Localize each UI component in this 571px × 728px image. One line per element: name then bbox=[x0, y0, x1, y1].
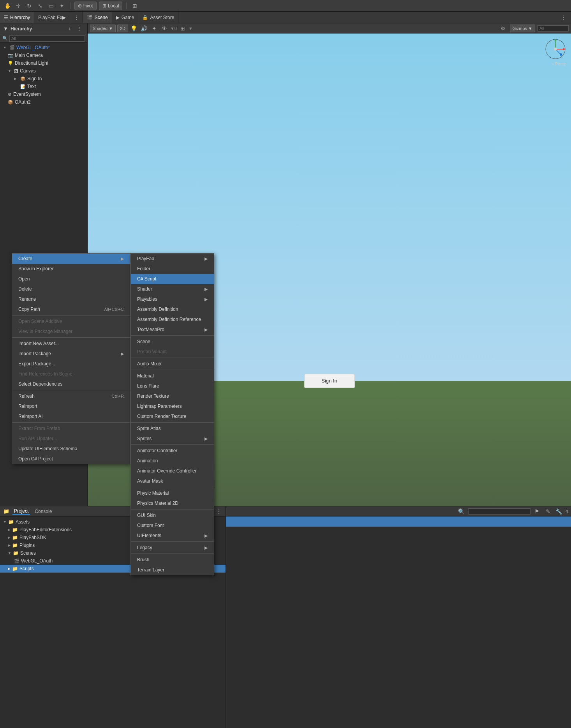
gizmos-btn[interactable]: Gizmos ▼ bbox=[510, 25, 535, 32]
game-panel-tab[interactable]: ▶ Game bbox=[112, 12, 139, 23]
tree-item-text[interactable]: 📝 Text bbox=[0, 83, 87, 90]
hierarchy-panel-tab[interactable]: ☰ Hierarchy bbox=[0, 12, 34, 23]
sub-lens-flare[interactable]: Lens Flare bbox=[131, 381, 214, 391]
hierarchy-search-input[interactable] bbox=[9, 35, 85, 42]
tree-item-main-camera[interactable]: 📷 Main Camera bbox=[0, 51, 87, 59]
ctx-reimport-all[interactable]: Reimport All bbox=[12, 411, 130, 421]
sign-in-button[interactable]: Sign In bbox=[304, 374, 355, 388]
console-filter3-icon[interactable]: 🔧 bbox=[555, 507, 563, 516]
sub-custom-render-texture[interactable]: Custom Render Texture bbox=[131, 411, 214, 421]
rotate-tool[interactable]: ↻ bbox=[25, 2, 33, 10]
options-icon[interactable]: ⊞ bbox=[178, 24, 187, 33]
move-tool[interactable]: ✛ bbox=[14, 2, 23, 10]
2d-mode-btn[interactable]: 2D bbox=[117, 25, 128, 32]
fx-icon[interactable]: ✦ bbox=[150, 24, 159, 33]
ctx-delete[interactable]: Delete bbox=[12, 284, 130, 294]
scene-search[interactable] bbox=[538, 25, 569, 32]
console-filter2-icon[interactable]: ✎ bbox=[544, 507, 552, 516]
sub-csharp-script[interactable]: C# Script bbox=[131, 274, 214, 284]
scripts-label: Scripts bbox=[19, 566, 34, 571]
tree-item-directional-light[interactable]: 💡 Directional Light bbox=[0, 59, 87, 67]
scale-tool[interactable]: ⤡ bbox=[36, 2, 44, 10]
sub-physic-material[interactable]: Physic Material bbox=[131, 488, 214, 498]
ctx-open-label: Open bbox=[18, 276, 30, 282]
hide-icon[interactable]: 👁 bbox=[160, 24, 169, 33]
ctx-open[interactable]: Open bbox=[12, 274, 130, 284]
audio-icon[interactable]: 🔊 bbox=[140, 24, 148, 33]
sub-assembly-def[interactable]: Assembly Definition bbox=[131, 304, 214, 314]
ctx-reimport[interactable]: Reimport bbox=[12, 401, 130, 411]
sub-sprite-atlas[interactable]: Sprite Atlas bbox=[131, 423, 214, 434]
sub-textmeshpro[interactable]: TextMeshPro ▶ bbox=[131, 324, 214, 335]
tree-item-eventsystem[interactable]: ⚙ EventSystem bbox=[0, 90, 87, 98]
tree-item-scene[interactable]: ▼ 🎬 WebGL_OAuth* bbox=[0, 44, 87, 51]
local-btn[interactable]: ⊞ Local bbox=[99, 2, 123, 10]
transform-tool[interactable]: ✦ bbox=[58, 2, 66, 10]
ctx-create[interactable]: Create ▶ bbox=[12, 254, 130, 264]
sub-avatar-mask[interactable]: Avatar Mask bbox=[131, 476, 214, 486]
signin-icon: 📦 bbox=[20, 76, 26, 81]
sub-audio-mixer-label: Audio Mixer bbox=[137, 361, 162, 367]
tree-item-signin[interactable]: ▶ 📦 Sign In bbox=[0, 75, 87, 83]
grid-icon[interactable]: ⊞ bbox=[130, 2, 139, 10]
console-selected-row[interactable] bbox=[226, 516, 571, 527]
sub-sprites[interactable]: Sprites ▶ bbox=[131, 434, 214, 444]
sub-playfab[interactable]: PlayFab ▶ bbox=[131, 254, 214, 264]
sub-assembly-def-ref[interactable]: Assembly Definition Reference bbox=[131, 314, 214, 324]
hand-tool[interactable]: ✋ bbox=[3, 2, 12, 10]
ctx-export-package[interactable]: Export Package... bbox=[12, 359, 130, 369]
console-filter1-icon[interactable]: ⚑ bbox=[533, 507, 541, 516]
sub-lightmap-params[interactable]: Lightmap Parameters bbox=[131, 401, 214, 411]
asset-store-panel-tab[interactable]: 🔒 Asset Store bbox=[138, 12, 178, 23]
sub-gui-skin[interactable]: GUI Skin bbox=[131, 510, 214, 520]
sub-terrain-layer[interactable]: Terrain Layer bbox=[131, 565, 214, 575]
ctx-copy-path[interactable]: Copy Path Alt+Ctrl+C bbox=[12, 304, 130, 314]
sub-animator-controller[interactable]: Animator Controller bbox=[131, 446, 214, 456]
sub-custom-font[interactable]: Custom Font bbox=[131, 520, 214, 531]
sub-animation[interactable]: Animation bbox=[131, 456, 214, 466]
ctx-run-api-updater: Run API Updater... bbox=[12, 434, 130, 444]
sub-folder[interactable]: Folder bbox=[131, 264, 214, 274]
console-search-input[interactable] bbox=[468, 508, 530, 515]
hierarchy-options-icon[interactable]: ⋮ bbox=[76, 25, 84, 33]
project-options-icon[interactable]: ⋮ bbox=[214, 507, 222, 516]
tree-item-canvas[interactable]: ▼ 🖼 Canvas bbox=[0, 67, 87, 75]
sub-render-texture[interactable]: Render Texture bbox=[131, 391, 214, 401]
hierarchy-add-icon[interactable]: + bbox=[65, 25, 74, 33]
sub-scene[interactable]: Scene bbox=[131, 337, 214, 347]
sub-audio-mixer[interactable]: Audio Mixer bbox=[131, 359, 214, 369]
sub-avatar-mask-label: Avatar Mask bbox=[137, 478, 163, 484]
ctx-update-uielements[interactable]: Update UIElements Schema bbox=[12, 444, 130, 454]
scene-settings-icon[interactable]: ⚙ bbox=[499, 24, 508, 33]
sub-legacy[interactable]: Legacy ▶ bbox=[131, 543, 214, 553]
playfab-panel-tab[interactable]: PlayFab Ex▶ bbox=[34, 12, 70, 23]
project-tab[interactable]: Project bbox=[12, 508, 30, 515]
sub-sep-8 bbox=[131, 541, 214, 542]
ctx-refresh[interactable]: Refresh Ctrl+R bbox=[12, 391, 130, 401]
rect-tool[interactable]: ▭ bbox=[47, 2, 55, 10]
console-tab[interactable]: Console bbox=[33, 509, 53, 514]
ctx-import-new-asset[interactable]: Import New Asset... bbox=[12, 338, 130, 349]
scene-panel-tab[interactable]: 🎬 Scene bbox=[83, 12, 112, 23]
ctx-show-explorer[interactable]: Show in Explorer bbox=[12, 264, 130, 274]
playfabeditor-label: PlayFabEditorExtensions bbox=[19, 527, 72, 532]
panel-options-icon[interactable]: ⋮ bbox=[559, 13, 568, 22]
sub-physics-material-2d[interactable]: Physics Material 2D bbox=[131, 498, 214, 508]
shading-mode-btn[interactable]: Shaded ▼ bbox=[90, 25, 116, 32]
tree-item-oauth2[interactable]: 📦 OAuth2 bbox=[0, 98, 87, 106]
ctx-rename[interactable]: Rename bbox=[12, 294, 130, 304]
ctx-open-csharp[interactable]: Open C# Project bbox=[12, 454, 130, 464]
sub-uielements[interactable]: UIElements ▶ bbox=[131, 531, 214, 541]
pivot-btn[interactable]: ⊕ Pivot bbox=[74, 2, 97, 10]
sub-brush[interactable]: Brush bbox=[131, 555, 214, 565]
lighting-icon[interactable]: 💡 bbox=[130, 24, 138, 33]
ctx-select-dependencies[interactable]: Select Dependencies bbox=[12, 379, 130, 389]
ctx-refresh-label: Refresh bbox=[18, 393, 35, 399]
dots-btn[interactable]: ⋮ bbox=[70, 12, 83, 23]
sub-material[interactable]: Material bbox=[131, 371, 214, 381]
sub-animator-override[interactable]: Animator Override Controller bbox=[131, 466, 214, 476]
console-search-icon[interactable]: 🔍 bbox=[457, 507, 466, 516]
ctx-import-package[interactable]: Import Package ▶ bbox=[12, 349, 130, 359]
sub-playables[interactable]: Playables ▶ bbox=[131, 294, 214, 304]
sub-shader[interactable]: Shader ▶ bbox=[131, 284, 214, 294]
